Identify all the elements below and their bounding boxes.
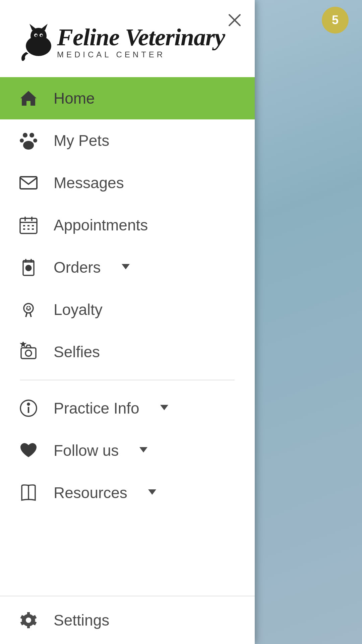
svg-marker-33 bbox=[122, 264, 130, 269]
nav-item-practice-info[interactable]: Practice Info bbox=[0, 387, 255, 429]
nav-label-selfies: Selfies bbox=[54, 343, 100, 361]
nav-list: Home My Pets Me bbox=[0, 77, 255, 373]
nav-item-loyalty[interactable]: Loyalty bbox=[0, 288, 255, 331]
nav-item-my-pets[interactable]: My Pets bbox=[0, 119, 255, 162]
follow-us-chevron bbox=[137, 444, 149, 457]
nav-label-messages: Messages bbox=[54, 174, 124, 192]
nav-label-home: Home bbox=[54, 89, 95, 107]
practice-info-chevron bbox=[158, 401, 170, 415]
svg-point-3 bbox=[31, 28, 47, 44]
svg-marker-45 bbox=[160, 405, 168, 410]
svg-point-14 bbox=[23, 141, 34, 150]
nav-item-selfies[interactable]: Selfies bbox=[0, 331, 255, 373]
mail-icon bbox=[17, 171, 40, 195]
resources-chevron bbox=[146, 486, 158, 499]
svg-point-10 bbox=[23, 133, 27, 138]
svg-point-49 bbox=[26, 618, 31, 623]
svg-point-8 bbox=[35, 35, 37, 37]
logo-title: Feline Veterinary bbox=[57, 25, 225, 49]
nav-item-home[interactable]: Home bbox=[0, 77, 255, 119]
svg-point-11 bbox=[29, 133, 34, 138]
gear-icon bbox=[17, 608, 40, 632]
orders-icon bbox=[17, 256, 40, 279]
svg-point-12 bbox=[20, 139, 24, 143]
spacer bbox=[0, 514, 255, 596]
svg-line-36 bbox=[26, 312, 27, 317]
logo-text: Feline Veterinary MEDICAL CENTER bbox=[57, 25, 225, 59]
svg-rect-15 bbox=[20, 177, 37, 189]
logo-cat-icon bbox=[17, 22, 57, 62]
notification-count: 5 bbox=[332, 13, 339, 27]
logo-subtitle: MEDICAL CENTER bbox=[57, 51, 225, 59]
nav-label-resources: Resources bbox=[54, 484, 127, 502]
info-icon bbox=[17, 396, 40, 420]
calendar-icon bbox=[17, 213, 40, 237]
nav-item-resources[interactable]: Resources bbox=[0, 472, 255, 514]
logo-area: Feline Veterinary MEDICAL CENTER bbox=[0, 0, 255, 77]
nav-item-appointments[interactable]: Appointments bbox=[0, 204, 255, 246]
nav-label-appointments: Appointments bbox=[54, 216, 148, 234]
close-button[interactable] bbox=[225, 10, 245, 30]
svg-marker-41 bbox=[21, 342, 25, 346]
nav-item-orders[interactable]: Orders bbox=[0, 246, 255, 288]
settings-label: Settings bbox=[54, 611, 109, 629]
navigation-drawer: Feline Veterinary MEDICAL CENTER Home bbox=[0, 0, 255, 644]
svg-line-37 bbox=[30, 312, 31, 317]
secondary-nav-list: Practice Info Follow us bbox=[0, 387, 255, 514]
nav-label-practice-info: Practice Info bbox=[54, 399, 139, 417]
home-icon bbox=[17, 87, 40, 110]
settings-row[interactable]: Settings bbox=[0, 596, 255, 644]
nav-label-my-pets: My Pets bbox=[54, 131, 109, 150]
svg-point-44 bbox=[27, 403, 29, 405]
svg-point-13 bbox=[33, 139, 37, 143]
svg-point-9 bbox=[41, 35, 43, 37]
paw-icon bbox=[17, 129, 40, 152]
book-icon bbox=[17, 481, 40, 504]
svg-rect-39 bbox=[21, 348, 36, 359]
notification-badge[interactable]: 5 bbox=[322, 7, 349, 34]
selfies-icon bbox=[17, 340, 40, 364]
svg-marker-46 bbox=[139, 447, 147, 452]
heart-icon bbox=[17, 439, 40, 462]
nav-label-loyalty: Loyalty bbox=[54, 301, 103, 319]
svg-point-40 bbox=[25, 350, 32, 356]
svg-marker-48 bbox=[148, 489, 156, 495]
orders-chevron bbox=[120, 261, 132, 274]
loyalty-icon bbox=[17, 298, 40, 321]
nav-label-follow-us: Follow us bbox=[54, 441, 119, 460]
nav-item-follow-us[interactable]: Follow us bbox=[0, 429, 255, 472]
nav-label-orders: Orders bbox=[54, 258, 101, 276]
nav-divider bbox=[20, 380, 235, 380]
nav-item-messages[interactable]: Messages bbox=[0, 162, 255, 204]
